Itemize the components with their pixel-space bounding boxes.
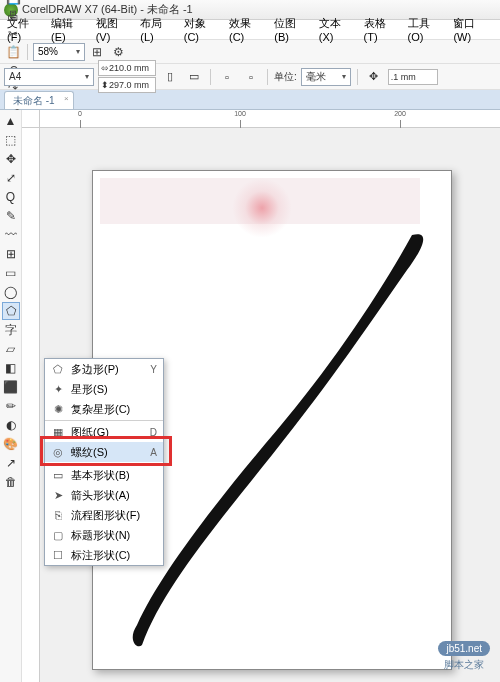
horizontal-ruler[interactable]: 0100200 xyxy=(40,110,500,128)
flyout-item[interactable]: ✺复杂星形(C) xyxy=(45,399,163,419)
menu-item[interactable]: 布局(L) xyxy=(137,14,178,45)
tool-button[interactable]: 〰 xyxy=(2,226,20,244)
shape-icon: ▢ xyxy=(51,529,65,542)
flyout-label: 复杂星形(C) xyxy=(71,402,151,417)
menu-item[interactable]: 位图(B) xyxy=(271,14,314,45)
flyout-label: 箭头形状(A) xyxy=(71,488,151,503)
page-height-input[interactable]: ⬍ 297.0 mm xyxy=(98,77,156,93)
flyout-label: 螺纹(S) xyxy=(71,445,144,460)
nudge-input[interactable]: .1 mm xyxy=(388,69,438,85)
flyout-label: 星形(S) xyxy=(71,382,151,397)
menu-item[interactable]: 效果(C) xyxy=(226,14,269,45)
watermark-name: 脚本之家 xyxy=(444,659,484,670)
flyout-item[interactable]: ➤箭头形状(A) xyxy=(45,485,163,505)
tool-button[interactable]: ⬚ xyxy=(2,131,20,149)
close-icon[interactable]: × xyxy=(64,94,69,103)
tool-button[interactable]: 🎨 xyxy=(2,435,20,453)
tool-button[interactable]: ◧ xyxy=(2,359,20,377)
flyout-label: 多边形(P) xyxy=(71,362,144,377)
shape-icon: ✦ xyxy=(51,383,65,396)
document-tabs: 未命名 -1 × xyxy=(0,90,500,110)
canvas-area[interactable]: 0100200 ⬠多边形(P)Y✦星形(S)✺复杂星形(C)▦图纸(G)D◎螺纹… xyxy=(22,110,500,682)
page-btn-1[interactable]: ▫ xyxy=(217,68,237,86)
ruler-origin[interactable] xyxy=(22,110,40,128)
tool-button[interactable]: ✎ xyxy=(2,207,20,225)
tool-button[interactable]: ◯ xyxy=(2,283,20,301)
flyout-item[interactable]: ▦图纸(G)D xyxy=(45,422,163,442)
watermark: jb51.net 脚本之家 xyxy=(438,641,490,672)
toolbar-button[interactable]: 🖶 xyxy=(4,7,22,25)
menu-item[interactable]: 编辑(E) xyxy=(48,14,91,45)
menu-item[interactable]: 工具(O) xyxy=(405,14,449,45)
flyout-label: 流程图形状(F) xyxy=(71,508,151,523)
units-label: 单位: xyxy=(274,70,297,84)
shape-icon: ▦ xyxy=(51,426,65,439)
menu-item[interactable]: 表格(T) xyxy=(361,14,403,45)
shape-icon: ⎘ xyxy=(51,509,65,521)
polygon-tool[interactable]: ⬠ xyxy=(2,302,20,320)
snap-icon[interactable]: ⊞ xyxy=(88,43,106,61)
flyout-label: 标注形状(C) xyxy=(71,548,151,563)
flyout-label: 图纸(G) xyxy=(71,425,144,440)
shape-icon: ⬠ xyxy=(51,363,65,376)
vertical-ruler[interactable] xyxy=(22,128,40,682)
tool-button[interactable]: ⊞ xyxy=(2,245,20,263)
page-btn-2[interactable]: ▫ xyxy=(241,68,261,86)
tool-button[interactable]: ↗ xyxy=(2,454,20,472)
artwork-glow xyxy=(232,178,292,238)
flyout-shortcut: A xyxy=(150,447,157,458)
shape-icon: ✺ xyxy=(51,403,65,416)
shape-icon: ▭ xyxy=(51,469,65,482)
menu-item[interactable]: 文本(X) xyxy=(316,14,359,45)
flyout-shortcut: D xyxy=(150,427,157,438)
flyout-shortcut: Y xyxy=(150,364,157,375)
watermark-site: jb51.net xyxy=(438,641,490,656)
menu-item[interactable]: 窗口(W) xyxy=(450,14,496,45)
toolbox: ▲⬚✥⤢Q✎〰⊞▭◯⬠字▱◧⬛✏◐🎨↗🗑 xyxy=(0,110,22,682)
separator xyxy=(27,44,28,60)
options-icon[interactable]: ⚙ xyxy=(109,43,127,61)
document-tab[interactable]: 未命名 -1 × xyxy=(4,91,74,109)
document-tab-label: 未命名 -1 xyxy=(13,95,55,106)
tool-button[interactable]: ▱ xyxy=(2,340,20,358)
zoom-combo[interactable]: 58% xyxy=(33,43,85,61)
flyout-item[interactable]: ☐标注形状(C) xyxy=(45,545,163,565)
page-size-combo[interactable]: A4 xyxy=(4,68,94,86)
flyout-item[interactable]: ⬠多边形(P)Y xyxy=(45,359,163,379)
flyout-label: 基本形状(B) xyxy=(71,468,151,483)
portrait-button[interactable]: ▯ xyxy=(160,68,180,86)
shape-icon: ☐ xyxy=(51,549,65,562)
flyout-item[interactable]: ✦星形(S) xyxy=(45,379,163,399)
flyout-item[interactable]: ◎螺纹(S)A xyxy=(45,442,163,462)
flyout-item[interactable]: ▭基本形状(B) xyxy=(45,465,163,485)
tool-button[interactable]: 🗑 xyxy=(2,473,20,491)
nudge-icon: ✥ xyxy=(364,68,384,86)
property-bar: A4 ⬄ 210.0 mm ⬍ 297.0 mm ▯ ▭ ▫ ▫ 单位: 毫米 … xyxy=(0,64,500,90)
tool-button[interactable]: ✏ xyxy=(2,397,20,415)
landscape-button[interactable]: ▭ xyxy=(184,68,204,86)
units-combo[interactable]: 毫米 xyxy=(301,68,351,86)
page-width-input[interactable]: ⬄ 210.0 mm xyxy=(98,60,156,76)
polygon-flyout-menu: ⬠多边形(P)Y✦星形(S)✺复杂星形(C)▦图纸(G)D◎螺纹(S)A▭基本形… xyxy=(44,358,164,566)
menu-item[interactable]: 视图(V) xyxy=(93,14,136,45)
toolbar-button[interactable]: ✂ xyxy=(4,25,22,43)
tool-button[interactable]: ✥ xyxy=(2,150,20,168)
flyout-item[interactable]: ▢标题形状(N) xyxy=(45,525,163,545)
flyout-item[interactable]: ⎘流程图形状(F) xyxy=(45,505,163,525)
flyout-label: 标题形状(N) xyxy=(71,528,151,543)
tool-button[interactable]: Q xyxy=(2,188,20,206)
tool-button[interactable]: ⤢ xyxy=(2,169,20,187)
tool-button[interactable]: ◐ xyxy=(2,416,20,434)
shape-icon: ➤ xyxy=(51,489,65,502)
shape-icon: ◎ xyxy=(51,446,65,459)
tool-button[interactable]: ⬛ xyxy=(2,378,20,396)
tool-button[interactable]: ▭ xyxy=(2,264,20,282)
toolbar-button[interactable]: 📋 xyxy=(4,43,22,61)
menu-bar: 文件(F)编辑(E)视图(V)布局(L)对象(C)效果(C)位图(B)文本(X)… xyxy=(0,20,500,40)
tool-button[interactable]: 字 xyxy=(2,321,20,339)
menu-item[interactable]: 对象(C) xyxy=(181,14,224,45)
tool-button[interactable]: ▲ xyxy=(2,112,20,130)
